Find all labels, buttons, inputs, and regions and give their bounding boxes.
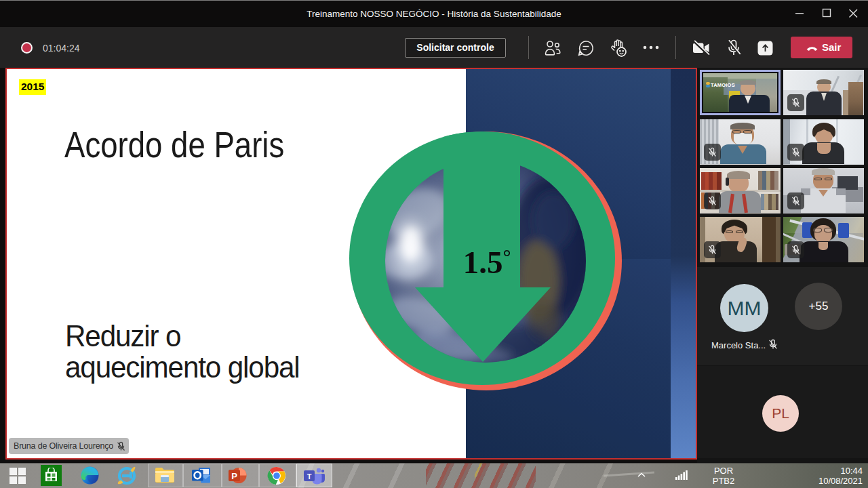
svg-text:T: T	[307, 472, 312, 481]
svg-text:P: P	[231, 471, 237, 481]
